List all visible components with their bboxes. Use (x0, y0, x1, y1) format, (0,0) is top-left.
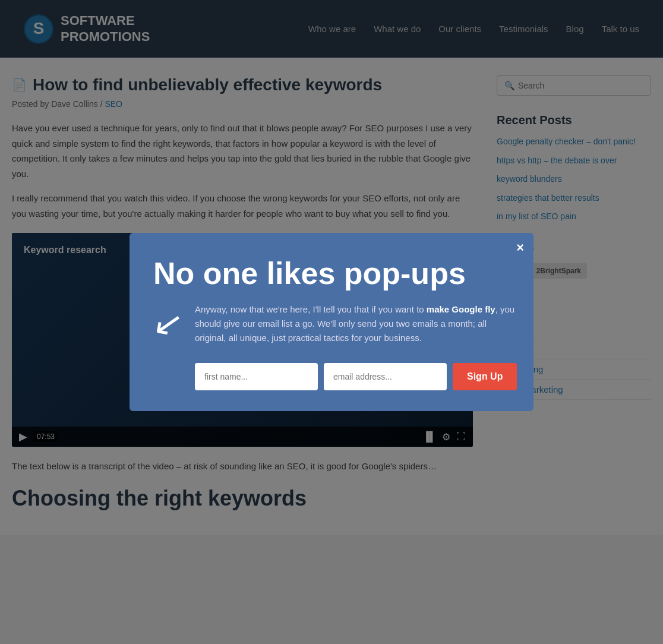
popup-body: Anyway, now that we're here, I'll tell y… (195, 302, 517, 345)
popup-headline: No one likes pop-ups (153, 257, 510, 291)
email-input[interactable] (324, 363, 447, 390)
popup-close-button[interactable]: × (516, 240, 524, 255)
popup-overlay[interactable]: × No one likes pop-ups ↙ Anyway, now tha… (0, 0, 663, 535)
first-name-input[interactable] (195, 363, 318, 390)
popup-arrow: ↙ (150, 300, 186, 346)
signup-button[interactable]: Sign Up (453, 363, 517, 390)
popup-form: Sign Up (195, 363, 517, 390)
popup-modal: × No one likes pop-ups ↙ Anyway, now tha… (130, 233, 533, 411)
